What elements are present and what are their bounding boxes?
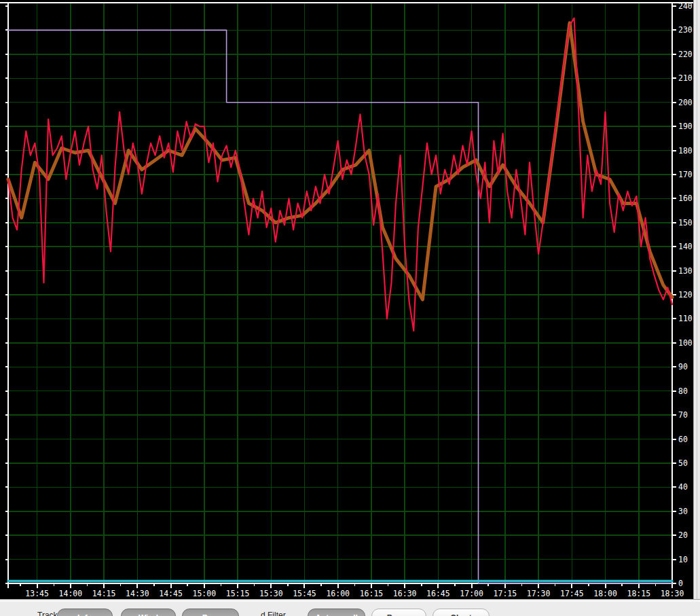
- x-tick-label: 18:15: [627, 589, 650, 598]
- bottom-toolbar: Track Info Wind Pow d Filter Auto scroll…: [0, 599, 700, 616]
- x-tick-label: 16:30: [393, 589, 417, 598]
- x-tick-label: 14:15: [92, 589, 116, 598]
- track-label: Track: [37, 611, 58, 616]
- x-tick-label: 15:30: [259, 589, 283, 598]
- x-tick-label: 17:15: [494, 589, 517, 598]
- x-tick-label: 15:15: [226, 589, 250, 598]
- x-tick-label: 14:00: [59, 589, 83, 598]
- info-button[interactable]: Info: [57, 609, 113, 616]
- y-tick-label: 100: [678, 338, 693, 348]
- y-tick-label: 20: [678, 530, 688, 540]
- y-tick-label: 90: [678, 362, 688, 372]
- y-tick-label: 0: [678, 579, 683, 588]
- chart-button[interactable]: Chart: [432, 609, 490, 616]
- y-tick-label: 30: [678, 507, 688, 516]
- y-tick-label: 220: [678, 50, 693, 59]
- auto-scroll-button[interactable]: Auto scroll: [308, 609, 365, 616]
- telemetry-chart: 0102030405060708090100110120130140150160…: [0, 0, 693, 599]
- filter-label: d Filter: [261, 611, 286, 616]
- y-tick-label: 150: [678, 218, 693, 228]
- scrollbar-track-line: [697, 0, 697, 599]
- y-tick-label: 230: [678, 25, 693, 35]
- x-tick-label: 17:45: [560, 589, 584, 598]
- x-tick-label: 14:45: [159, 589, 183, 598]
- y-tick-label: 170: [678, 170, 693, 179]
- y-tick-label: 70: [678, 410, 688, 420]
- y-tick-label: 40: [678, 482, 688, 492]
- x-tick-label: 18:30: [661, 589, 684, 598]
- x-tick-label: 16:45: [426, 589, 450, 598]
- toolbar-highlight: [0, 600, 700, 602]
- y-tick-label: 110: [678, 314, 693, 323]
- y-tick-label: 130: [678, 266, 693, 276]
- y-tick-label: 140: [678, 242, 693, 251]
- y-tick-label: 60: [678, 435, 688, 444]
- x-tick-label: 15:45: [293, 589, 316, 598]
- y-tick-label: 240: [678, 1, 693, 11]
- vertical-scrollbar[interactable]: [693, 0, 700, 599]
- x-tick-label: 15:00: [192, 589, 216, 598]
- x-tick-label: 16:15: [360, 589, 384, 598]
- y-tick-label: 180: [678, 146, 693, 156]
- x-tick-label: 17:00: [460, 589, 483, 598]
- y-tick-label: 160: [678, 194, 693, 203]
- chart-canvas: 0102030405060708090100110120130140150160…: [0, 0, 693, 599]
- x-tick-label: 18:00: [593, 589, 617, 598]
- y-tick-label: 50: [678, 458, 688, 468]
- y-tick-label: 210: [678, 73, 693, 83]
- wind-button[interactable]: Wind: [121, 609, 176, 616]
- x-tick-label: 13:45: [25, 589, 49, 598]
- pow-button[interactable]: Pow: [182, 609, 239, 616]
- x-tick-label: 17:30: [527, 589, 551, 598]
- y-tick-label: 80: [678, 386, 688, 396]
- y-tick-label: 200: [678, 98, 693, 107]
- pause-button[interactable]: Pause: [371, 609, 426, 616]
- x-tick-label: 14:30: [126, 589, 149, 598]
- y-tick-label: 190: [678, 122, 693, 131]
- x-tick-label: 16:00: [326, 589, 350, 598]
- y-tick-label: 120: [678, 290, 693, 300]
- purple-step-line: [8, 30, 672, 583]
- y-tick-label: 10: [678, 555, 688, 564]
